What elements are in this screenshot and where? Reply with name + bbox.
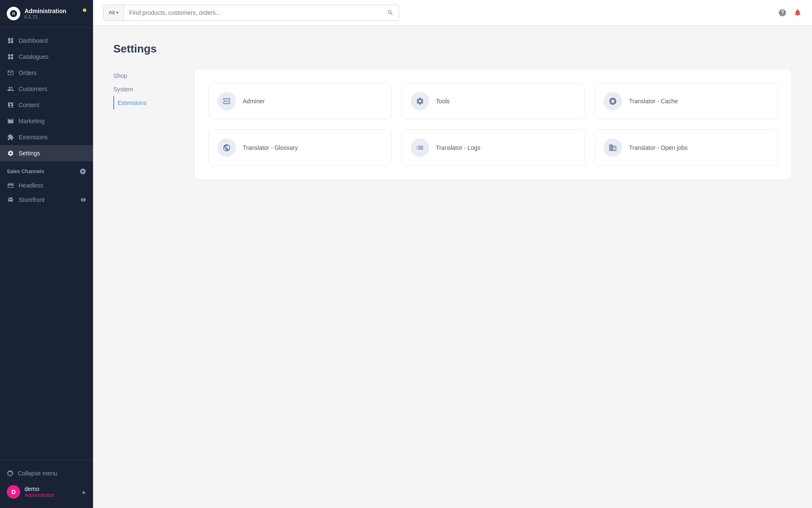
main-content: All ▾ Settings Shop System Extension <box>93 0 812 508</box>
user-info: demo Administrator <box>25 486 55 498</box>
storefront-eye-icon[interactable] <box>80 197 86 203</box>
sidebar-item-label: Marketing <box>19 118 44 124</box>
user-avatar: D <box>7 485 20 499</box>
sidebar-item-label: Settings <box>19 150 40 157</box>
customers-icon <box>7 85 14 93</box>
topbar-right <box>778 8 802 17</box>
settings-nav-shop[interactable]: Shop <box>113 69 181 83</box>
help-icon[interactable] <box>778 8 787 17</box>
settings-nav-extensions[interactable]: Extensions <box>113 96 181 110</box>
sidebar-logo: Administration 6.5.72 <box>0 0 93 28</box>
translator-open-jobs-label: Translator - Open jobs <box>629 144 688 151</box>
settings-layout: Shop System Extensions Adminer <box>113 69 792 180</box>
user-section[interactable]: D demo Administrator ▲ <box>0 481 93 503</box>
sidebar: Administration 6.5.72 Dashboard Catalogu… <box>0 0 93 508</box>
sidebar-item-storefront[interactable]: Storefront <box>0 193 93 207</box>
adminer-icon <box>217 92 236 110</box>
sidebar-item-label: Catalogues <box>19 53 49 60</box>
sidebar-item-label: Customers <box>19 86 47 92</box>
translator-cache-label: Translator - Cache <box>629 98 678 105</box>
catalogues-icon <box>7 53 14 61</box>
collapse-menu-btn[interactable]: Collapse menu <box>0 466 93 481</box>
extension-card-adminer[interactable]: Adminer <box>208 83 392 119</box>
dashboard-icon <box>7 37 14 44</box>
extension-card-translator-logs[interactable]: Translator - Logs <box>402 130 585 166</box>
chevron-down-icon: ▾ <box>116 10 118 15</box>
app-version: 6.5.72 <box>25 14 66 19</box>
storefront-icon <box>7 196 14 204</box>
collapse-label: Collapse menu <box>18 470 57 477</box>
search-filter-btn[interactable]: All ▾ <box>104 5 124 20</box>
translator-logs-label: Translator - Logs <box>436 144 480 151</box>
adminer-label: Adminer <box>243 98 265 105</box>
sidebar-item-label: Content <box>19 102 39 108</box>
extension-card-translator-cache[interactable]: Translator - Cache <box>595 83 778 119</box>
settings-nav-system[interactable]: System <box>113 83 181 96</box>
svg-rect-1 <box>11 54 13 56</box>
extension-card-translator-open-jobs[interactable]: Translator - Open jobs <box>595 130 778 166</box>
sidebar-item-label: Orders <box>19 69 37 76</box>
translator-cache-icon <box>604 92 622 110</box>
sidebar-item-customers[interactable]: Customers <box>0 81 93 97</box>
user-role: Administrator <box>25 492 55 498</box>
extensions-grid: Adminer Tools Translator - <box>208 83 778 166</box>
settings-icon <box>7 149 14 157</box>
app-title-group: Administration 6.5.72 <box>25 8 66 19</box>
sidebar-item-label: Dashboard <box>19 37 48 44</box>
marketing-icon <box>7 117 14 125</box>
sidebar-item-content[interactable]: Content <box>0 97 93 113</box>
app-logo <box>7 7 20 20</box>
headless-icon <box>7 182 14 189</box>
main-nav: Dashboard Catalogues Orders Customers <box>0 28 93 460</box>
notifications-icon[interactable] <box>793 8 802 17</box>
sidebar-item-dashboard[interactable]: Dashboard <box>0 33 93 49</box>
add-channel-icon[interactable] <box>80 168 86 175</box>
sidebar-item-settings[interactable]: Settings <box>0 145 93 161</box>
tools-label: Tools <box>436 98 450 105</box>
translator-glossary-icon <box>217 138 236 157</box>
translator-glossary-label: Translator - Glossary <box>243 144 298 151</box>
extension-card-translator-glossary[interactable]: Translator - Glossary <box>208 130 392 166</box>
sidebar-bottom: Collapse menu D demo Administrator ▲ <box>0 460 93 508</box>
settings-nav: Shop System Extensions <box>113 69 181 180</box>
app-title: Administration <box>25 8 66 14</box>
sales-channels-title: Sales Channels <box>7 168 44 174</box>
user-name: demo <box>25 486 55 492</box>
user-chevron-icon: ▲ <box>81 489 86 495</box>
tools-icon <box>411 92 429 110</box>
extensions-content: Adminer Tools Translator - <box>195 69 792 180</box>
orders-icon <box>7 69 14 77</box>
headless-label: Headless <box>19 182 43 189</box>
search-submit-btn[interactable] <box>382 5 399 20</box>
sidebar-item-label: Extensions <box>19 134 47 141</box>
sidebar-item-orders[interactable]: Orders <box>0 65 93 81</box>
extensions-icon <box>7 133 14 141</box>
svg-rect-2 <box>8 57 10 59</box>
sales-channels-section: Sales Channels <box>0 161 93 178</box>
sidebar-item-marketing[interactable]: Marketing <box>0 113 93 129</box>
topbar: All ▾ <box>93 0 812 25</box>
collapse-icon <box>7 470 14 477</box>
translator-logs-icon <box>411 138 429 157</box>
sidebar-item-extensions[interactable]: Extensions <box>0 129 93 145</box>
storefront-label: Storefront <box>19 196 44 203</box>
extension-card-tools[interactable]: Tools <box>402 83 585 119</box>
svg-rect-3 <box>11 57 13 59</box>
search-container: All ▾ <box>103 5 399 21</box>
svg-rect-0 <box>8 54 10 56</box>
sidebar-item-catalogues[interactable]: Catalogues <box>0 49 93 65</box>
search-filter-label: All <box>109 9 115 16</box>
sidebar-item-headless[interactable]: Headless <box>0 178 93 193</box>
page-content: Settings Shop System Extensions Adminer <box>93 25 812 508</box>
page-title: Settings <box>113 42 792 55</box>
translator-open-jobs-icon <box>604 138 622 157</box>
status-dot <box>83 8 86 12</box>
search-input[interactable] <box>124 9 382 16</box>
content-icon <box>7 101 14 109</box>
